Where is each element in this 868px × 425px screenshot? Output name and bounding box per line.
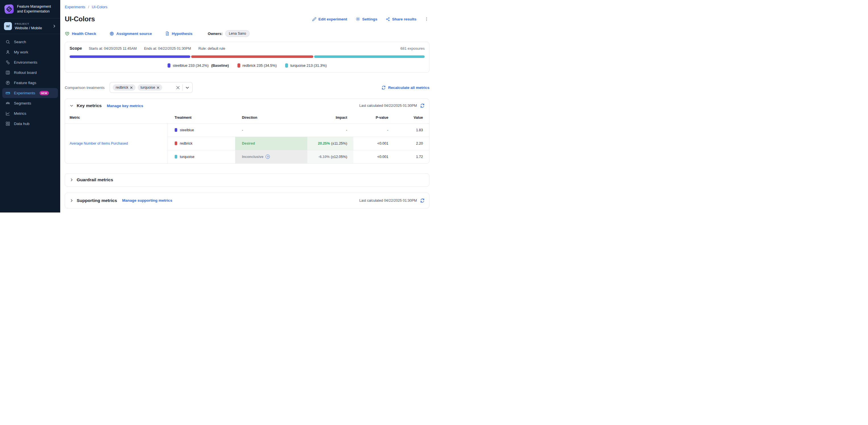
legend-marker [167, 63, 170, 68]
sidebar-item-label: Rollout board [14, 70, 37, 75]
scope-rule: Rule: default rule [198, 47, 225, 51]
flag-circle-icon [5, 81, 10, 85]
people-group-icon [5, 101, 10, 106]
chevron-right-icon [52, 24, 56, 28]
last-calculated-label: Last calculated 04/22/2025 01:30PM [359, 199, 417, 203]
main-content: Experiments / UI-Colors UI-Colors Edit e… [60, 0, 434, 212]
chevron-down-icon[interactable] [185, 86, 189, 90]
sidebar-item-search[interactable]: Search [2, 37, 58, 47]
sidebar: Feature Management and Experimentation w… [0, 0, 60, 212]
remove-chip-icon[interactable] [130, 86, 133, 89]
breadcrumb-current-link[interactable]: UI-Colors [92, 5, 107, 9]
edit-experiment-button[interactable]: Edit experiment [312, 17, 347, 21]
sidebar-item-environments[interactable]: Environments [2, 57, 58, 67]
help-icon[interactable]: ? [266, 155, 270, 159]
legend-item-steelblue: steelblue 233 (34.2%) (Baseline) [167, 63, 229, 68]
target-icon [110, 31, 114, 36]
person-icon [5, 50, 10, 55]
collapse-chevron-right-icon[interactable] [70, 178, 73, 182]
collapse-chevron-right-icon[interactable] [70, 199, 73, 203]
sidebar-item-rollout-board[interactable]: Rollout board [2, 68, 58, 78]
bar-segment-redbrick [191, 55, 313, 58]
project-name: Website / Mobile [15, 26, 50, 30]
heart-check-icon [65, 31, 70, 36]
document-icon [165, 31, 169, 36]
exposures-count: 681 exposures [401, 46, 425, 51]
treatment-legend: steelblue 233 (34.2%) (Baseline) redbric… [70, 63, 425, 68]
search-icon [5, 39, 10, 44]
sidebar-item-my-work[interactable]: My work [2, 47, 58, 57]
manage-key-metrics-link[interactable]: Manage key metrics [107, 104, 143, 108]
header-actions: Edit experiment Settings Share results [312, 17, 430, 22]
brand[interactable]: Feature Management and Experimentation [0, 0, 60, 19]
sidebar-item-label: Segments [14, 101, 31, 105]
remove-chip-icon[interactable] [157, 86, 159, 89]
treatment-marker [175, 128, 177, 132]
refresh-icon[interactable] [420, 103, 425, 108]
owner-pill[interactable]: Lena Sano [225, 30, 250, 37]
sidebar-item-label: My work [14, 50, 28, 54]
clear-all-icon[interactable] [176, 86, 180, 90]
page-title: UI-Colors [65, 15, 95, 23]
scope-ends: Ends at: 04/22/2025 01:30PM [144, 47, 191, 51]
sidebar-item-experiments[interactable]: Experiments NEW [2, 88, 58, 98]
settings-button[interactable]: Settings [355, 17, 377, 21]
col-header-value: Value [395, 112, 429, 123]
pvalue-cell: <0.001 [353, 150, 395, 163]
data-hub-icon [5, 121, 10, 126]
impact-cell: - [307, 123, 353, 136]
value-cell: 1.83 [395, 123, 429, 136]
sidebar-item-label: Metrics [14, 111, 26, 116]
refresh-icon[interactable] [420, 198, 425, 203]
legend-item-redbrick: redbrick 235 (34.5%) [238, 63, 277, 68]
share-results-button[interactable]: Share results [386, 17, 416, 21]
more-options-button[interactable] [424, 17, 430, 22]
table-header-row: Metric Treatment Direction Impact P-valu… [65, 112, 429, 123]
sidebar-item-feature-flags[interactable]: Feature flags [2, 78, 58, 88]
chip-redbrick: redbrick [113, 84, 135, 91]
legend-marker [285, 63, 288, 68]
sidebar-item-metrics[interactable]: Metrics [2, 109, 58, 118]
assignment-source-link[interactable]: Assignment source [110, 31, 152, 36]
treatments-select[interactable]: redbrick turquoise [110, 82, 193, 93]
page-header: UI-Colors Edit experiment Settings Share… [65, 15, 430, 23]
ruler-icon [5, 91, 10, 95]
refresh-icon [381, 86, 386, 90]
owners-label: Owners: [208, 32, 223, 36]
value-cell: 2.20 [395, 136, 429, 150]
hypothesis-link[interactable]: Hypothesis [165, 31, 193, 36]
scope-title: Scope [70, 46, 82, 51]
direction-cell: Desired [235, 136, 307, 150]
bar-segment-turquoise [314, 55, 425, 58]
sidebar-item-segments[interactable]: Segments [2, 98, 58, 108]
share-icon [386, 17, 390, 21]
recalculate-all-metrics-button[interactable]: Recalculate all metrics [381, 86, 430, 90]
col-header-direction: Direction [235, 112, 307, 123]
comparison-row: Comparison treatments redbrick turquoise [65, 82, 430, 93]
project-switcher[interactable]: w/ PROJECT Website / Mobile [0, 19, 60, 34]
metric-name-link[interactable]: Average Number of Items Purchased [70, 142, 128, 146]
col-header-metric: Metric [65, 112, 168, 123]
bar-segment-steelblue [70, 55, 190, 58]
sidebar-item-data-hub[interactable]: Data hub [2, 119, 58, 129]
owners-group: Owners: Lena Sano [208, 30, 250, 37]
direction-cell: Inconclusive? [235, 150, 307, 163]
breadcrumb-experiments-link[interactable]: Experiments [65, 5, 85, 9]
guardrail-metrics-title: Guardrail metrics [77, 177, 113, 182]
col-header-treatment: Treatment [168, 112, 235, 123]
pvalue-cell: <0.001 [353, 136, 395, 150]
key-metrics-card: Key metrics Manage key metrics Last calc… [65, 98, 430, 164]
app-title: Feature Management and Experimentation [17, 4, 56, 14]
impact-cell: -6.10%(±12.05%) [307, 150, 353, 163]
project-avatar: w/ [4, 22, 12, 30]
collapse-chevron-down-icon[interactable] [70, 104, 73, 108]
breadcrumb: Experiments / UI-Colors [65, 0, 430, 9]
comparison-label: Comparison treatments [65, 86, 104, 90]
health-check-link[interactable]: Health Check [65, 31, 96, 36]
value-cell: 1.72 [395, 150, 429, 163]
kebab-icon [424, 17, 429, 22]
table-row-steelblue: Average Number of Items Purchased steelb… [65, 123, 429, 136]
manage-supporting-metrics-link[interactable]: Manage supporting metrics [122, 198, 172, 203]
hexagons-icon [5, 60, 10, 65]
last-calculated-label: Last calculated 04/22/2025 01:30PM [359, 104, 417, 108]
